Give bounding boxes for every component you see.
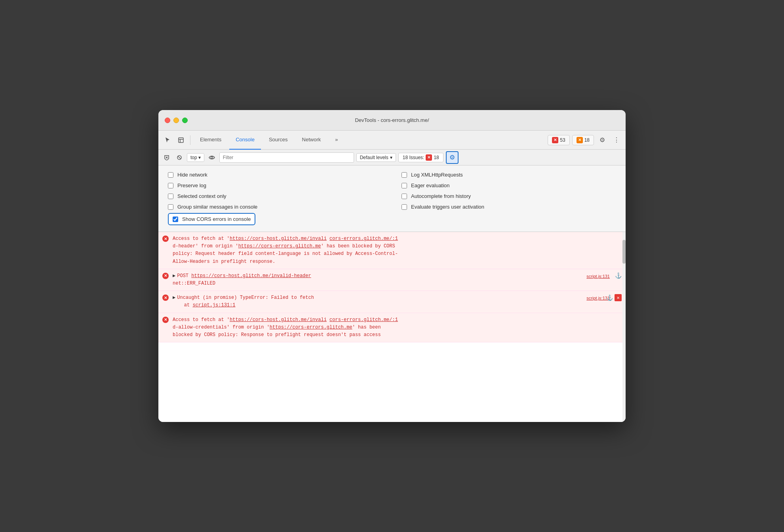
console-text-3: ▶Uncaught (in promise) TypeError: Failed… (173, 294, 621, 309)
eager-eval-option[interactable]: Eager evaluation (402, 182, 616, 188)
hide-network-option[interactable]: Hide network (168, 172, 382, 178)
anchor-icon-3[interactable]: ⚓ (606, 294, 613, 301)
entry-meta-2: script.js:131 (586, 273, 610, 280)
evaluate-triggers-option[interactable]: Evaluate triggers user activation (402, 204, 616, 210)
cors-checkbox[interactable] (173, 217, 178, 222)
console-settings-button[interactable]: ⚙ (446, 151, 459, 164)
link-4a[interactable]: https://cors-host.glitch.me/invali (230, 317, 327, 323)
selected-context-option[interactable]: Selected context only (168, 193, 382, 199)
script-link-2[interactable]: script.js:131 (586, 274, 610, 279)
autocomplete-option[interactable]: Autocomplete from history (402, 193, 616, 199)
console-entry-4: ✕ Access to fetch at 'https://cors-host.… (158, 313, 626, 343)
traffic-lights (165, 118, 188, 123)
more-menu-button[interactable]: ⋮ (611, 134, 622, 146)
preserve-log-checkbox[interactable] (168, 183, 173, 188)
console-entry-3: ✕ ▶Uncaught (in promise) TypeError: Fail… (158, 291, 626, 313)
dropdown-arrow-icon: ▾ (198, 155, 201, 160)
cursor-icon[interactable] (162, 134, 173, 146)
entry-actions-3: ⚓ ✕ (606, 294, 622, 301)
console-toolbar: top ▾ Default levels ▾ 18 Issues: ✕ 18 ⚙ (158, 150, 626, 165)
tab-network[interactable]: Network (296, 131, 327, 150)
error-icon-1: ✕ (162, 236, 169, 242)
scrollbar-thumb[interactable] (622, 240, 626, 264)
errors-badge[interactable]: ✕ 53 (548, 135, 569, 145)
link-1b[interactable]: cors-errors.glitch.me/:1 (329, 236, 398, 241)
issues-error-icon: ✕ (426, 154, 432, 161)
evaluate-triggers-checkbox[interactable] (402, 204, 407, 210)
settings-row: Hide network Preserve log Selected conte… (168, 172, 616, 210)
scrollbar-track (622, 232, 626, 422)
live-expressions-button[interactable] (207, 152, 217, 163)
close-icon-3[interactable]: ✕ (615, 294, 622, 301)
close-button[interactable] (165, 118, 170, 123)
separator (190, 135, 190, 145)
levels-dropdown[interactable]: Default levels ▾ (356, 153, 396, 162)
tab-console[interactable]: Console (229, 131, 261, 150)
console-entry-2: ✕ ▶POST https://cors-host.glitch.me/inva… (158, 269, 626, 291)
svg-rect-0 (179, 138, 183, 142)
console-text-1: Access to fetch at 'https://cors-host.gl… (173, 235, 621, 266)
issues-counter[interactable]: 18 Issues: ✕ 18 (398, 153, 443, 162)
toolbar-right: ✕ 53 ✕ 18 ⚙ ⋮ (548, 134, 622, 146)
link-4b[interactable]: cors-errors.glitch.me/:1 (329, 317, 398, 323)
eager-eval-checkbox[interactable] (402, 183, 407, 188)
selected-context-checkbox[interactable] (168, 194, 173, 199)
tab-more[interactable]: » (329, 131, 344, 150)
clear-console-button[interactable] (162, 152, 172, 163)
log-xmlhttp-option[interactable]: Log XMLHttpRequests (402, 172, 616, 178)
console-output: ✕ Access to fetch at 'https://cors-host.… (158, 232, 626, 422)
filter-input[interactable] (219, 152, 354, 163)
error-icon: ✕ (552, 137, 558, 143)
console-entry-1: ✕ Access to fetch at 'https://cors-host.… (158, 232, 626, 269)
error-icon-4: ✕ (162, 317, 169, 323)
link-3[interactable]: script.js:131:1 (192, 302, 235, 308)
svg-line-7 (178, 156, 181, 159)
group-similar-option[interactable]: Group similar messages in console (168, 204, 382, 210)
tab-elements[interactable]: Elements (194, 131, 228, 150)
error-icon-2: ✕ (162, 273, 169, 279)
autocomplete-checkbox[interactable] (402, 194, 407, 199)
anchor-icon-2[interactable]: ⚓ (615, 272, 622, 279)
settings-panel: Hide network Preserve log Selected conte… (158, 165, 626, 232)
settings-col-left: Hide network Preserve log Selected conte… (168, 172, 382, 210)
hide-network-checkbox[interactable] (168, 172, 173, 178)
error-icon-3: ✕ (162, 294, 169, 301)
entry-actions-2: ⚓ (615, 272, 622, 279)
console-text-4: Access to fetch at 'https://cors-host.gl… (173, 316, 621, 339)
link-1a[interactable]: https://cors-host.glitch.me/invali (230, 236, 327, 241)
warnings-badge[interactable]: ✕ 18 (572, 135, 594, 145)
preserve-log-option[interactable]: Preserve log (168, 182, 382, 188)
tab-sources[interactable]: Sources (263, 131, 294, 150)
block-icon-button[interactable] (174, 152, 185, 163)
expand-arrow-2[interactable]: ▶ (173, 272, 175, 280)
minimize-button[interactable] (173, 118, 179, 123)
expand-arrow-3[interactable]: ▶ (173, 294, 175, 302)
link-4c[interactable]: https://cors-errors.glitch.me (270, 325, 352, 330)
settings-button[interactable]: ⚙ (596, 134, 608, 146)
link-1c[interactable]: https://cors-errors.glitch.me (238, 243, 321, 249)
console-text-2: ▶POST https://cors-host.glitch.me/invali… (173, 272, 621, 287)
cors-option[interactable]: Show CORS errors in console (168, 213, 255, 225)
context-selector[interactable]: top ▾ (187, 153, 204, 162)
warning-icon: ✕ (577, 137, 583, 143)
devtools-window: DevTools - cors-errors.glitch.me/ Elemen… (158, 110, 626, 422)
group-similar-checkbox[interactable] (168, 204, 173, 210)
maximize-button[interactable] (182, 118, 188, 123)
window-title: DevTools - cors-errors.glitch.me/ (355, 117, 429, 123)
svg-point-8 (211, 156, 213, 158)
title-bar: DevTools - cors-errors.glitch.me/ (158, 110, 626, 131)
inspect-icon[interactable] (175, 134, 187, 146)
link-2[interactable]: https://cors-host.glitch.me/invalid-head… (191, 273, 311, 279)
levels-arrow-icon: ▾ (390, 155, 392, 160)
settings-col-right: Log XMLHttpRequests Eager evaluation Aut… (402, 172, 616, 210)
log-xmlhttp-checkbox[interactable] (402, 172, 407, 178)
main-toolbar: Elements Console Sources Network » ✕ 53 … (158, 131, 626, 150)
